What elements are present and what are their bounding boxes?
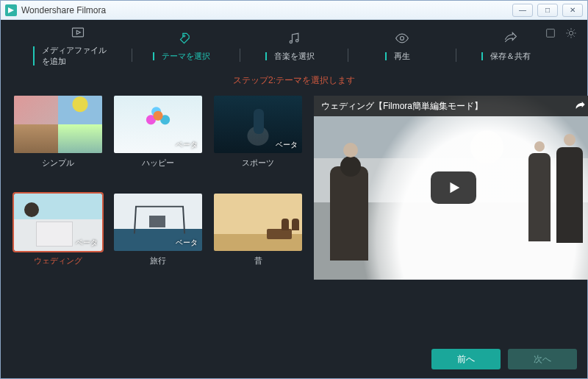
- svg-point-6: [290, 40, 292, 43]
- share-icon: [503, 30, 517, 46]
- step-label: 音楽を選択: [270, 51, 319, 62]
- theme-thumb: ベータ: [14, 194, 102, 251]
- fullscreen-icon[interactable]: [545, 27, 556, 39]
- svg-point-2: [569, 31, 573, 35]
- svg-point-8: [401, 36, 404, 40]
- step-label: メディアファイルを追加: [37, 45, 118, 67]
- titlebar: Wondershare Filmora ― □ ✕: [1, 1, 587, 20]
- theme-card-simple[interactable]: シンプル: [14, 96, 102, 182]
- theme-label: 昔: [254, 255, 262, 266]
- next-button[interactable]: 次へ: [508, 349, 577, 369]
- minimize-button[interactable]: ―: [512, 4, 533, 17]
- app-icon: [5, 4, 17, 16]
- play-icon: [445, 180, 462, 196]
- theme-grid: シンプル ベータ ハッピー ベータ スポーツ ベータ ウェディング ベータ 旅行: [14, 96, 302, 280]
- step-save-share[interactable]: 保存＆共有: [470, 30, 551, 62]
- theme-icon: [179, 30, 193, 46]
- step-select-theme[interactable]: テーマを選択: [146, 30, 226, 62]
- theme-label: ウェディング: [34, 255, 82, 266]
- preview-titlebar: ウェディング【Filmora簡単編集モード】: [314, 96, 588, 116]
- svg-marker-4: [76, 31, 80, 35]
- step-playback[interactable]: 再生: [362, 30, 442, 62]
- prev-button[interactable]: 前へ: [431, 349, 501, 369]
- play-button[interactable]: [431, 171, 476, 204]
- svg-rect-1: [547, 29, 555, 38]
- close-button[interactable]: ✕: [562, 4, 583, 17]
- window-frame: Wondershare Filmora ― □ ✕ メディアファイルを追加 テー…: [0, 0, 588, 379]
- step-select-music[interactable]: 音楽を選択: [254, 30, 334, 62]
- eye-icon: [395, 30, 409, 46]
- step-add-media[interactable]: メディアファイルを追加: [37, 24, 118, 67]
- beta-badge: ベータ: [176, 140, 198, 150]
- theme-card-sports[interactable]: ベータ スポーツ: [214, 96, 302, 182]
- theme-card-travel[interactable]: ベータ 旅行: [114, 194, 202, 280]
- theme-label: 旅行: [150, 255, 166, 266]
- theme-label: シンプル: [42, 157, 74, 169]
- step-caption: ステップ2:テーマを選択します: [1, 74, 587, 87]
- step-label: テーマを選択: [157, 51, 215, 62]
- media-icon: [71, 24, 85, 40]
- svg-point-7: [296, 39, 298, 41]
- maximize-button[interactable]: □: [537, 4, 558, 17]
- theme-card-vintage[interactable]: 昔: [214, 194, 302, 280]
- app-body: メディアファイルを追加 テーマを選択 音楽を選択 再生 保存＆共有: [1, 20, 587, 378]
- svg-rect-3: [73, 28, 84, 37]
- theme-thumb: ベータ: [214, 96, 302, 153]
- brightness-icon[interactable]: [565, 27, 577, 39]
- theme-thumb: [214, 194, 302, 251]
- preview-pane: ウェディング【Filmora簡単編集モード】: [314, 96, 588, 280]
- preview-title: ウェディング【Filmora簡単編集モード】: [321, 100, 483, 113]
- content-area: シンプル ベータ ハッピー ベータ スポーツ ベータ ウェディング ベータ 旅行: [1, 96, 587, 280]
- music-icon: [287, 30, 301, 46]
- window-title: Wondershare Filmora: [21, 5, 106, 15]
- theme-thumb: [14, 96, 102, 153]
- step-label: 保存＆共有: [486, 51, 535, 62]
- svg-marker-0: [8, 7, 14, 13]
- theme-label: スポーツ: [242, 157, 274, 169]
- theme-card-happy[interactable]: ベータ ハッピー: [114, 96, 202, 182]
- theme-thumb: ベータ: [114, 194, 202, 251]
- svg-point-5: [183, 35, 184, 36]
- beta-badge: ベータ: [276, 140, 298, 150]
- preview-player[interactable]: ウェディング【Filmora簡単編集モード】: [314, 96, 588, 280]
- footer-actions: 前へ 次へ: [431, 349, 577, 369]
- step-bar: メディアファイルを追加 テーマを選択 音楽を選択 再生 保存＆共有: [1, 20, 587, 71]
- top-right-tools: [545, 27, 577, 39]
- theme-card-wedding[interactable]: ベータ ウェディング: [14, 194, 102, 280]
- theme-label: ハッピー: [142, 157, 174, 169]
- svg-marker-9: [450, 183, 459, 194]
- theme-thumb: ベータ: [114, 96, 202, 153]
- share-icon[interactable]: [574, 100, 586, 112]
- beta-badge: ベータ: [76, 238, 98, 248]
- step-label: 再生: [390, 51, 415, 62]
- beta-badge: ベータ: [176, 238, 198, 248]
